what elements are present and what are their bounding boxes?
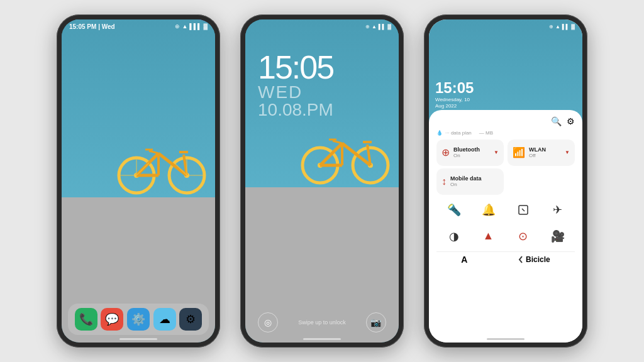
cc-bicicle-label: Bicicle bbox=[517, 255, 550, 264]
dock-app5[interactable]: ⚙ bbox=[179, 308, 202, 331]
wifi-icon-1: ▲ bbox=[182, 23, 187, 30]
wlan-arrow: ▼ bbox=[565, 150, 570, 155]
wlan-label: WLAN bbox=[529, 146, 546, 153]
cc-panel: 🔍 ⚙ 💧 ··· data plan — MB ⊕ Bluetooth On … bbox=[429, 110, 582, 343]
bluetooth-icon: ⊕ bbox=[441, 146, 450, 158]
mobile-data-label: Mobile data bbox=[450, 175, 482, 182]
cc-date: Wednesday, 10 Aug 2022 bbox=[435, 97, 474, 110]
flashlight-button[interactable]: ◎ bbox=[258, 312, 278, 332]
airplane-toggle[interactable]: ✈ bbox=[547, 199, 569, 221]
signal-icon-3: ▌▌ bbox=[562, 24, 569, 30]
dock-phone[interactable]: 📞 bbox=[75, 308, 97, 331]
data-usage-row: 💧 ··· data plan — MB bbox=[436, 130, 575, 136]
auto-rotate-toggle[interactable]: ◑ bbox=[443, 225, 465, 248]
cc-tile-mobile-data[interactable]: ↕ Mobile data On bbox=[436, 168, 504, 195]
dock-settings[interactable]: ⚙️ bbox=[127, 308, 150, 331]
bicicle-text: Bicicle bbox=[526, 255, 550, 264]
wifi-icon-2: ▲ bbox=[372, 24, 377, 30]
bluetooth-arrow: ▼ bbox=[494, 150, 499, 155]
wlan-tile-text: WLAN Off bbox=[529, 146, 546, 158]
battery-icon-1: ▓ bbox=[203, 23, 208, 30]
battery-icon-3: ▓ bbox=[571, 24, 575, 30]
wifi-tile-icon: 📶 bbox=[513, 146, 525, 158]
signal-icon-1: ▌▌▌ bbox=[189, 23, 201, 30]
cc-date-line2: Aug 2022 bbox=[435, 103, 457, 109]
lock-hour: 15:05 bbox=[258, 51, 333, 84]
svg-line-5 bbox=[158, 153, 187, 175]
cc-font-label: A bbox=[461, 255, 467, 265]
bike-illustration-1 bbox=[111, 128, 212, 197]
cc-tiles-row2: ↕ Mobile data On bbox=[436, 168, 575, 195]
mobile-data-status: On bbox=[450, 182, 482, 187]
dnd-toggle[interactable]: ⊙ bbox=[512, 225, 535, 248]
bluetooth-label: Bluetooth bbox=[453, 146, 480, 153]
screen-record-toggle[interactable]: 🎥 bbox=[547, 225, 569, 248]
dock: 📞 💬 ⚙️ ☁ ⚙ bbox=[68, 304, 209, 335]
camera-button[interactable]: 📷 bbox=[366, 312, 386, 332]
phone-3-screen: ⊕ ▲ ▌▌ ▓ 1 bbox=[429, 19, 582, 343]
wlan-status: Off bbox=[529, 153, 546, 158]
lock-date: 10.08.PM bbox=[258, 101, 333, 119]
svg-line-28 bbox=[333, 141, 342, 143]
cc-icon-row1: 🔦 🔔 ✈ bbox=[436, 199, 575, 221]
lock-time: 15:05 WED 10.08.PM bbox=[258, 51, 333, 119]
home-indicator-1 bbox=[119, 338, 157, 340]
status-icons-2: ⊕ ▲ ▌▌ ▓ bbox=[365, 24, 391, 30]
dock-cloud[interactable]: ☁ bbox=[153, 308, 176, 331]
cc-tile-placeholder bbox=[508, 168, 575, 195]
bluetooth-icon-1: ⊕ bbox=[175, 23, 180, 30]
lock-bottom-bar: ◎ Swipe up to unlock 📷 bbox=[245, 312, 399, 332]
cc-time-overlay: 15:05 Wednesday, 10 Aug 2022 bbox=[435, 79, 474, 110]
cc-top-actions: 🔍 ⚙ bbox=[436, 116, 575, 126]
wallpaper-top-1 bbox=[62, 19, 215, 197]
phone-1: 15:05 PM | Wed ⊕ ▲ ▌▌▌ ▓ ⛅ Weather 🔢 Cal… bbox=[57, 14, 220, 348]
cc-tile-bluetooth[interactable]: ⊕ Bluetooth On ▼ bbox=[436, 140, 504, 166]
mobile-data-tile-text: Mobile data On bbox=[450, 175, 482, 187]
bt-icon-3: ⊕ bbox=[549, 24, 553, 30]
cc-tile-wlan[interactable]: 📶 WLAN Off ▼ bbox=[508, 140, 575, 166]
battery-icon-2: ▓ bbox=[387, 24, 391, 30]
cc-bottom-row: A Bicicle bbox=[436, 251, 575, 267]
flashlight-toggle[interactable]: 🔦 bbox=[443, 199, 465, 221]
dock-messages[interactable]: 💬 bbox=[101, 308, 123, 331]
bt-icon-2: ⊕ bbox=[365, 24, 370, 30]
chevron-left-icon bbox=[517, 255, 525, 264]
wifi-icon-3: ▲ bbox=[555, 24, 560, 30]
bluetooth-tile-text: Bluetooth On bbox=[453, 146, 480, 158]
phone-2-screen: ⊕ ▲ ▌▌ ▓ 15:05 WED 10.08.PM ◎ Swipe up t… bbox=[245, 19, 399, 343]
phone-2: ⊕ ▲ ▌▌ ▓ 15:05 WED 10.08.PM ◎ Swipe up t… bbox=[240, 14, 404, 348]
svg-line-43 bbox=[522, 209, 525, 211]
cc-tiles-row1: ⊕ Bluetooth On ▼ 📶 WLAN Off ▼ bbox=[436, 140, 575, 166]
svg-line-23 bbox=[342, 143, 370, 165]
signal-icon-2: ▌▌ bbox=[379, 24, 386, 30]
status-bar-1: 15:05 PM | Wed ⊕ ▲ ▌▌▌ ▓ bbox=[62, 19, 215, 33]
cc-date-line1: Wednesday, 10 bbox=[435, 97, 470, 102]
bluetooth-status: On bbox=[453, 153, 480, 158]
svg-line-10 bbox=[149, 151, 158, 153]
data-mb-text: — MB bbox=[479, 130, 493, 136]
status-icons-3: ⊕ ▲ ▌▌ ▓ bbox=[549, 24, 575, 30]
nfc-toggle[interactable] bbox=[512, 199, 535, 221]
mobile-data-icon: ↕ bbox=[441, 176, 447, 187]
water-drop-icon: 💧 bbox=[436, 130, 443, 136]
status-icons-1: ⊕ ▲ ▌▌▌ ▓ bbox=[175, 23, 208, 30]
status-bar-2: ⊕ ▲ ▌▌ ▓ bbox=[245, 19, 399, 33]
sound-toggle[interactable]: 🔔 bbox=[477, 199, 500, 221]
data-usage-text: ··· data plan bbox=[445, 130, 472, 136]
phone-1-screen: 15:05 PM | Wed ⊕ ▲ ▌▌▌ ▓ ⛅ Weather 🔢 Cal… bbox=[62, 19, 215, 343]
bike-illustration-2 bbox=[295, 118, 396, 187]
cc-time: 15:05 bbox=[435, 79, 474, 97]
nfc-icon bbox=[517, 204, 530, 216]
home-indicator-2 bbox=[303, 338, 341, 340]
phone-3: ⊕ ▲ ▌▌ ▓ 1 bbox=[424, 14, 587, 348]
lock-day: WED bbox=[258, 84, 333, 101]
cc-icon-row2: ◑ ▲ ⊙ 🎥 bbox=[436, 225, 575, 248]
status-bar-3: ⊕ ▲ ▌▌ ▓ bbox=[429, 19, 582, 33]
location-toggle[interactable]: ▲ bbox=[477, 225, 500, 248]
settings-icon[interactable]: ⚙ bbox=[567, 116, 575, 126]
swipe-hint: Swipe up to unlock bbox=[298, 319, 346, 326]
search-icon[interactable]: 🔍 bbox=[551, 116, 562, 126]
svg-line-14 bbox=[136, 163, 149, 175]
status-time-1: 15:05 PM | Wed bbox=[69, 23, 115, 30]
home-indicator-3 bbox=[487, 338, 525, 340]
